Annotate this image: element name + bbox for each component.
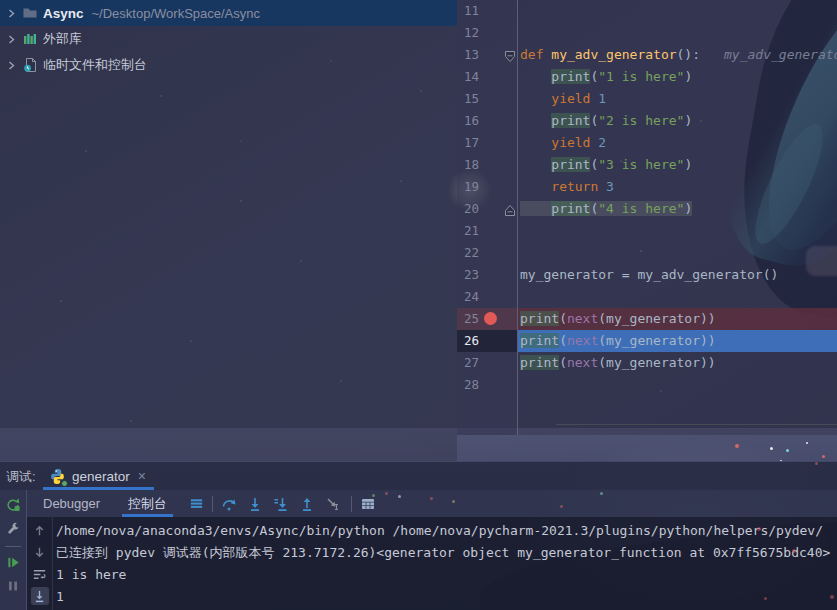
code-line[interactable]: print("4 is here") bbox=[518, 198, 837, 220]
prev-occurrence-button[interactable] bbox=[31, 521, 49, 539]
run-tab-label: generator bbox=[72, 469, 130, 484]
gutter-row[interactable]: 18 bbox=[457, 154, 517, 176]
chevron-right-icon[interactable] bbox=[6, 34, 17, 45]
code-token: 2 bbox=[598, 135, 606, 150]
run-tab-generator[interactable]: generator × bbox=[43, 462, 154, 490]
gutter-row[interactable]: 24 bbox=[457, 286, 517, 308]
debug-panel-label: 调试: bbox=[6, 462, 36, 491]
console-line: 1 is here bbox=[56, 564, 837, 586]
code-token: "3 is here" bbox=[598, 157, 684, 172]
close-icon[interactable]: × bbox=[136, 469, 148, 483]
gutter-row[interactable]: 15 bbox=[457, 88, 517, 110]
chevron-right-icon[interactable] bbox=[6, 8, 17, 19]
code-line[interactable]: return 3 bbox=[518, 176, 837, 198]
breakpoint-dot[interactable] bbox=[484, 312, 497, 325]
step-into-my-code-button[interactable] bbox=[272, 495, 290, 513]
gutter-row[interactable]: 21 bbox=[457, 220, 517, 242]
gutter-row[interactable]: 25 bbox=[457, 308, 517, 330]
code-token: (my_generator)) bbox=[598, 355, 715, 370]
debug-console-output[interactable]: /home/nova/anaconda3/envs/Async/bin/pyth… bbox=[27, 517, 837, 610]
tree-item-project-root[interactable]: Async ~/Desktop/WorkSpace/Async bbox=[0, 0, 457, 26]
grid-view-button[interactable] bbox=[359, 495, 377, 513]
gutter-row[interactable]: 11 bbox=[457, 0, 517, 22]
line-number: 19 bbox=[457, 179, 479, 194]
code-line[interactable] bbox=[518, 22, 837, 44]
code-token: "2 is here" bbox=[598, 113, 684, 128]
code-line[interactable] bbox=[518, 220, 837, 242]
code-line[interactable]: def my_adv_generator():my_adv_generator bbox=[518, 44, 837, 66]
gutter-row[interactable]: 26 bbox=[457, 330, 517, 352]
step-into-button[interactable] bbox=[246, 495, 264, 513]
gutter-row[interactable]: 27 bbox=[457, 352, 517, 374]
soft-wrap-button[interactable] bbox=[31, 565, 49, 583]
gutter-row[interactable]: 19 bbox=[457, 176, 517, 198]
code-token: ( bbox=[559, 355, 567, 370]
code-line[interactable]: yield 1 bbox=[518, 88, 837, 110]
line-number: 28 bbox=[457, 377, 479, 392]
console-side-toolbar bbox=[27, 517, 53, 610]
rerun-button[interactable] bbox=[4, 496, 22, 514]
code-line[interactable] bbox=[518, 242, 837, 264]
line-number: 26 bbox=[457, 333, 479, 348]
chevron-right-icon[interactable] bbox=[6, 60, 17, 71]
line-number: 14 bbox=[457, 69, 479, 84]
next-occurrence-button[interactable] bbox=[31, 543, 49, 561]
gutter-row[interactable]: 17 bbox=[457, 132, 517, 154]
layout-menu-icon[interactable] bbox=[187, 495, 205, 513]
scroll-to-end-button[interactable] bbox=[31, 587, 49, 605]
code-token: (): bbox=[677, 47, 700, 62]
step-over-button[interactable] bbox=[220, 495, 238, 513]
gutter-row[interactable]: 23 bbox=[457, 264, 517, 286]
step-out-button[interactable] bbox=[298, 495, 316, 513]
console-line: 已连接到 pydev 调试器(内部版本号 213.7172.26)<genera… bbox=[56, 542, 837, 564]
run-to-cursor-button[interactable] bbox=[324, 495, 342, 513]
editor-code-area[interactable]: def my_adv_generator():my_adv_generator … bbox=[518, 0, 837, 435]
code-line[interactable]: print("3 is here") bbox=[518, 154, 837, 176]
code-token: yield bbox=[551, 91, 598, 106]
gutter-row[interactable]: 14 bbox=[457, 66, 517, 88]
code-editor: 111213141516171819202122232425262728 def… bbox=[457, 0, 837, 435]
code-token: def bbox=[520, 47, 551, 62]
gutter-row[interactable]: 28 bbox=[457, 374, 517, 396]
code-line[interactable] bbox=[518, 374, 837, 396]
line-number: 20 bbox=[457, 201, 479, 216]
gutter-row[interactable]: 22 bbox=[457, 242, 517, 264]
code-line[interactable]: print(next(my_generator)) bbox=[518, 330, 837, 352]
toolbar-separator bbox=[5, 546, 21, 547]
tab-console[interactable]: 控制台 bbox=[122, 490, 173, 517]
code-token: print bbox=[520, 355, 559, 370]
tab-debugger[interactable]: Debugger bbox=[37, 490, 106, 517]
code-line[interactable]: my_generator = my_adv_generator() bbox=[518, 264, 837, 286]
code-token bbox=[520, 135, 551, 150]
gutter-row[interactable]: 12 bbox=[457, 22, 517, 44]
code-token: my_generator = my_adv_generator() bbox=[520, 267, 778, 282]
gutter-row[interactable]: 13 bbox=[457, 44, 517, 66]
code-line[interactable]: print("2 is here") bbox=[518, 110, 837, 132]
gutter-row[interactable]: 20 bbox=[457, 198, 517, 220]
code-line[interactable]: print(next(my_generator)) bbox=[518, 352, 837, 374]
editor-gutter[interactable]: 111213141516171819202122232425262728 bbox=[457, 0, 518, 435]
code-token: print bbox=[551, 157, 590, 172]
tree-item-scratches[interactable]: 临时文件和控制台 bbox=[0, 52, 457, 78]
fold-marker-icon[interactable] bbox=[504, 48, 516, 61]
gutter-row[interactable]: 16 bbox=[457, 110, 517, 132]
code-line[interactable]: print(next(my_generator)) bbox=[518, 308, 837, 330]
line-number: 18 bbox=[457, 157, 479, 172]
code-token bbox=[520, 157, 551, 172]
code-token bbox=[520, 179, 551, 194]
code-line[interactable] bbox=[518, 286, 837, 308]
code-line[interactable]: yield 2 bbox=[518, 132, 837, 154]
code-token: print bbox=[551, 201, 590, 216]
code-token: print bbox=[520, 333, 559, 348]
settings-wrench-button[interactable] bbox=[4, 520, 22, 538]
code-token: print bbox=[520, 311, 559, 326]
console-line: 1 bbox=[56, 586, 837, 608]
code-line[interactable]: print("1 is here") bbox=[518, 66, 837, 88]
code-line[interactable] bbox=[518, 0, 837, 22]
tree-item-external-libraries[interactable]: 外部库 bbox=[0, 26, 457, 52]
resume-button[interactable] bbox=[4, 553, 22, 571]
fold-marker-icon[interactable] bbox=[504, 202, 516, 215]
code-token: ( bbox=[559, 311, 567, 326]
pause-button[interactable] bbox=[4, 577, 22, 595]
tree-item-label: 临时文件和控制台 bbox=[43, 56, 147, 74]
